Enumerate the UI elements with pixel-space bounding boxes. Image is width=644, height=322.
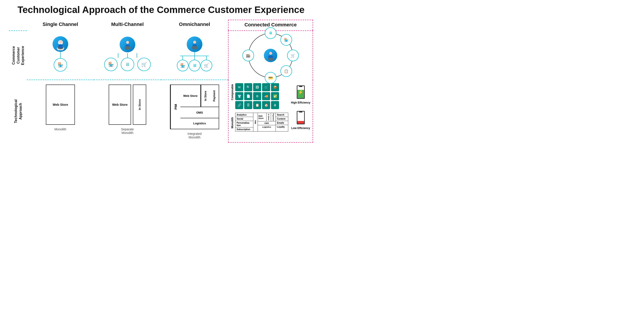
small-monolith-box: Analytics Social Personaliza- tion Subsc… — [235, 113, 288, 132]
sm-loyalty: Loyalty — [276, 125, 288, 129]
svg-point-8 — [193, 41, 196, 44]
svg-point-11 — [268, 58, 273, 61]
battery-high: ⚡ — [297, 86, 305, 100]
sm-content: Content — [276, 117, 288, 121]
tech-connected: Composable ✉ 🔍 🖼 🛒 📦 👕 📄 ⚙ 🚚 ✅ 🔗 🗄 — [228, 80, 313, 143]
sm-subscription: Subscription — [236, 128, 253, 131]
comp-icon-5: 📦 — [271, 83, 279, 91]
sm-mid-top: Web Store In Store Payment — [258, 113, 276, 122]
sm-analytics: Analytics — [236, 113, 253, 117]
int-pim-label: PIM — [170, 85, 180, 129]
comp-icon-4: 🛒 — [262, 83, 270, 91]
row-label-cx: CommerceCustomerExperience — [9, 30, 27, 80]
svg-point-6 — [126, 41, 129, 44]
int-logistics-label: Logistics — [180, 118, 219, 128]
sm-right-col: Search Content Emails Loyalty — [276, 113, 288, 131]
high-efficiency-label: High Efficiency — [291, 101, 310, 104]
int-instore-label: In Store — [201, 85, 210, 107]
composable-grid: ✉ 🔍 🖼 🛒 📦 👕 📄 ⚙ 🚚 ✅ 🔗 🗄 📋 🏠 — [235, 83, 279, 109]
comp-icon-12: 🗄 — [244, 101, 252, 109]
monolith-small-label: Monolith — [231, 113, 234, 133]
sm-search: Search — [276, 113, 288, 117]
omni-icon2: 🖥 — [189, 60, 200, 71]
connector-v-single — [60, 52, 60, 58]
comp-icon-6: 👕 — [235, 92, 243, 100]
sm-social: Social — [236, 117, 253, 121]
tech-label-multi: SeparateMonolith — [121, 128, 134, 134]
tech-label-single: Monolith — [54, 128, 66, 131]
svg-point-9 — [192, 46, 198, 50]
comp-icon-13: 📋 — [253, 101, 261, 109]
int-webstore-label: Web Store — [180, 85, 201, 107]
comp-icon-7: 📄 — [244, 92, 252, 100]
ring-node-left: 🏬 — [242, 50, 254, 61]
sm-oms: OMS — [258, 122, 276, 125]
integrated-monolith-box: PIM Web Store In Store Payment OMS Logis… — [170, 84, 219, 129]
comp-icon-15: 🖥 — [271, 101, 279, 109]
sm-logistics: Logistics — [258, 125, 276, 129]
corner-empty — [9, 20, 27, 30]
ring-node-br: 📋 — [280, 65, 292, 77]
page: Technological Approach of the Commerce C… — [0, 0, 322, 161]
diagram-multi-channel: 🏪 🖥 🛒 — [94, 30, 161, 80]
multi-instore-box: In Store — [133, 84, 146, 125]
page-title: Technological Approach of the Commerce C… — [9, 4, 313, 15]
avatar-connected — [264, 49, 277, 62]
avatar-omni — [187, 36, 202, 52]
comp-icon-10: ✅ — [271, 92, 279, 100]
comp-icon-3: 🖼 — [253, 83, 261, 91]
sm-instore: In Store — [266, 113, 271, 121]
composable-label: Composable — [231, 83, 234, 101]
svg-point-10 — [269, 52, 272, 55]
avatar-multi — [120, 37, 135, 52]
int-oms-label: OMS — [180, 107, 219, 118]
monolith-row: Monolith Analytics Social Personaliza- t… — [231, 113, 288, 133]
col-header-2: Multi-Channel — [94, 20, 161, 30]
battery-low — [297, 111, 305, 125]
row-label-tech: TechnologicalApproach — [9, 80, 27, 143]
int-right: Web Store In Store Payment OMS Logistics — [180, 85, 219, 129]
ring-diagram: 🖥 🏪 🛒 📋 💳 🏬 — [242, 33, 300, 78]
comp-icon-2: 🔍 — [244, 83, 252, 91]
low-efficiency-label: Low Efficiency — [291, 126, 310, 130]
tech-single: Web Store Monolith — [27, 80, 94, 143]
store-icon-m2: 🖥 — [121, 58, 134, 71]
col-header-3: Omnichannel — [161, 20, 228, 30]
comp-icon-11: 🔗 — [235, 101, 243, 109]
sm-mid-col: Web Store In Store Payment OMS Logistics — [258, 113, 276, 131]
int-payment-label: Payment — [210, 85, 219, 107]
svg-point-5 — [59, 40, 62, 44]
composable-row: Composable ✉ 🔍 🖼 🛒 📦 👕 📄 ⚙ 🚚 ✅ 🔗 🗄 — [231, 83, 288, 111]
svg-point-7 — [124, 46, 130, 50]
ring-node-top: 🖥 — [265, 27, 276, 39]
sm-left-col: Analytics Social Personaliza- tion Subsc… — [236, 113, 253, 131]
store-icon-m1: 🏪 — [104, 58, 118, 71]
sm-personalization: Personaliza- tion — [236, 121, 253, 128]
diagram-connected: 🖥 🏪 🛒 📋 💳 🏬 — [228, 30, 313, 80]
tech-multi: Web Store In Store SeparateMonolith — [94, 80, 161, 143]
avatar-single — [52, 36, 68, 52]
diagram-omni: 🏪 🖥 🛒 — [161, 30, 228, 80]
store-icon-single: 🏪 — [54, 58, 67, 72]
efficiency-section: ⚡ High Efficiency Low Efficiency — [291, 83, 310, 130]
diagram-single-channel: 🏪 — [27, 30, 94, 80]
omni-icon3: 🛒 — [200, 60, 212, 71]
separate-monolith-boxes: Web Store In Store — [109, 84, 146, 125]
comp-icon-1: ✉ — [235, 83, 243, 91]
tech-label-omni: IntegratedMonolith — [188, 132, 202, 139]
multi-webstore-box: Web Store — [109, 84, 131, 125]
comp-icon-8: ⚙ — [253, 92, 261, 100]
low-efficiency-badge: Low Efficiency — [291, 111, 310, 130]
comp-icon-14: 🏠 — [262, 101, 270, 109]
int-top-row: Web Store In Store Payment — [180, 85, 219, 107]
mono-webstore: Web Store — [46, 84, 75, 125]
ring-node-right: 🛒 — [287, 50, 299, 61]
sm-pim: PIM — [253, 113, 258, 131]
col-header-1: Single Channel — [27, 20, 94, 30]
ring-node-bottom: 💳 — [265, 72, 276, 84]
tech-omni: PIM Web Store In Store Payment OMS Logis… — [161, 80, 228, 143]
high-efficiency-badge: ⚡ High Efficiency — [291, 86, 310, 104]
sm-payment: Payment — [271, 113, 276, 121]
omni-icon1: 🏪 — [177, 60, 188, 71]
connected-tech-content: Composable ✉ 🔍 🖼 🛒 📦 👕 📄 ⚙ 🚚 ✅ 🔗 🗄 — [231, 83, 288, 133]
